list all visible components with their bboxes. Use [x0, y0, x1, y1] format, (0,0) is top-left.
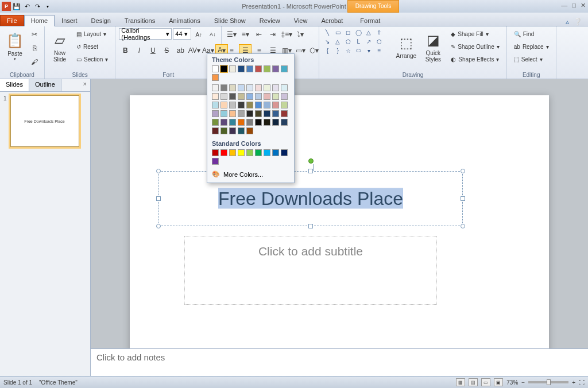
color-swatch[interactable]	[246, 149, 253, 156]
color-swatch[interactable]	[212, 119, 219, 126]
minimize-button[interactable]: —	[561, 2, 567, 9]
normal-view-button[interactable]: ▦	[456, 378, 465, 386]
color-swatch[interactable]	[264, 102, 270, 108]
color-swatch[interactable]	[229, 84, 236, 91]
color-swatch[interactable]	[255, 110, 262, 117]
cut-button[interactable]: ✂	[28, 28, 41, 41]
color-swatch[interactable]	[220, 65, 227, 72]
color-swatch[interactable]	[238, 119, 245, 126]
title-text[interactable]: Free Downloads Place	[159, 188, 462, 209]
color-swatch[interactable]	[264, 119, 270, 126]
spacing-button[interactable]: AV▾	[188, 44, 200, 57]
underline-button[interactable]: U	[146, 44, 159, 57]
color-swatch[interactable]	[264, 149, 270, 156]
reading-view-button[interactable]: ▭	[481, 378, 490, 386]
color-swatch[interactable]	[272, 149, 279, 156]
color-swatch[interactable]	[255, 65, 262, 72]
color-swatch[interactable]	[246, 93, 253, 100]
slideshow-view-button[interactable]: ▣	[494, 378, 503, 386]
paste-button[interactable]: 📋Paste▾	[3, 28, 26, 66]
color-swatch[interactable]	[212, 149, 219, 156]
subtitle-placeholder[interactable]: Click to add subtitle	[184, 236, 437, 305]
color-swatch[interactable]	[212, 110, 219, 117]
color-swatch[interactable]	[212, 74, 219, 81]
color-swatch[interactable]	[212, 93, 219, 100]
color-swatch[interactable]	[238, 102, 245, 108]
color-swatch[interactable]	[212, 65, 219, 72]
color-swatch[interactable]	[264, 84, 270, 91]
shape-outline-button[interactable]: ✎ Shape Outline ▾	[447, 41, 502, 52]
color-swatch[interactable]	[220, 102, 227, 108]
color-swatch[interactable]	[255, 149, 262, 156]
zoom-out-button[interactable]: −	[521, 379, 525, 386]
color-swatch[interactable]	[220, 119, 227, 126]
color-swatch[interactable]	[264, 65, 270, 72]
tab-animations[interactable]: Animations	[162, 15, 207, 26]
title-textbox[interactable]: Free Downloads Place	[158, 171, 463, 226]
tab-design[interactable]: Design	[84, 15, 118, 26]
color-swatch[interactable]	[220, 127, 227, 134]
color-swatch[interactable]	[220, 110, 227, 117]
reset-button[interactable]: ↺ Reset	[73, 41, 111, 52]
close-button[interactable]: ✕	[581, 2, 586, 9]
tab-transitions[interactable]: Transitions	[118, 15, 162, 26]
color-swatch[interactable]	[212, 84, 219, 91]
tab-home[interactable]: Home	[24, 15, 55, 26]
color-swatch[interactable]	[220, 93, 227, 100]
color-swatch[interactable]	[281, 65, 288, 72]
color-swatch[interactable]	[212, 102, 219, 108]
resize-handle[interactable]	[156, 169, 161, 173]
bold-button[interactable]: B	[119, 44, 131, 57]
fit-window-button[interactable]: ⛶	[579, 379, 585, 386]
shape-fill-button[interactable]: ◆ Shape Fill ▾	[447, 28, 502, 40]
color-swatch[interactable]	[281, 149, 288, 156]
color-swatch[interactable]	[272, 93, 279, 100]
color-swatch[interactable]	[281, 102, 288, 108]
find-button[interactable]: 🔍 Find	[510, 28, 552, 40]
color-swatch[interactable]	[212, 158, 219, 165]
bullets-button[interactable]: ☰▾	[225, 28, 238, 41]
numbering-button[interactable]: ≡▾	[239, 28, 252, 41]
replace-button[interactable]: ab Replace ▾	[510, 41, 552, 52]
color-swatch[interactable]	[238, 110, 245, 117]
color-swatch[interactable]	[272, 65, 279, 72]
copy-button[interactable]: ⎘	[28, 42, 41, 55]
panel-tab-outline[interactable]: Outline	[29, 79, 61, 91]
color-swatch[interactable]	[238, 93, 245, 100]
slide-editor[interactable]: Free Downloads Place Click to add subtit…	[91, 79, 588, 348]
minimize-ribbon-icon[interactable]: ▵	[566, 18, 569, 26]
color-swatch[interactable]	[281, 84, 288, 91]
color-swatch[interactable]	[229, 102, 236, 108]
sorter-view-button[interactable]: ▤	[469, 378, 478, 386]
select-button[interactable]: ⬚ Select ▾	[510, 53, 552, 65]
undo-button[interactable]: ↶	[22, 2, 32, 11]
rotation-handle[interactable]	[308, 158, 314, 164]
color-swatch[interactable]	[272, 84, 279, 91]
color-swatch[interactable]	[246, 119, 253, 126]
panel-tab-slides[interactable]: Slides	[0, 79, 29, 91]
resize-handle[interactable]	[461, 224, 465, 228]
color-swatch[interactable]	[264, 93, 270, 100]
zoom-level[interactable]: 73%	[506, 379, 518, 386]
tab-insert[interactable]: Insert	[55, 15, 84, 26]
format-painter-button[interactable]: 🖌	[28, 56, 41, 68]
align-text-button[interactable]: ▭▾	[294, 44, 307, 57]
zoom-slider[interactable]	[528, 381, 568, 383]
section-button[interactable]: ▭ Section ▾	[73, 53, 111, 65]
qat-dropdown[interactable]: ▾	[43, 2, 52, 11]
color-swatch[interactable]	[212, 127, 219, 134]
color-swatch[interactable]	[229, 110, 236, 117]
color-swatch[interactable]	[238, 127, 245, 134]
color-swatch[interactable]	[229, 149, 236, 156]
panel-close-button[interactable]: ×	[80, 79, 90, 91]
notes-pane[interactable]: Click to add notes	[91, 348, 588, 376]
color-swatch[interactable]	[255, 102, 262, 108]
color-swatch[interactable]	[229, 65, 236, 72]
increase-indent-button[interactable]: ⇥	[266, 28, 279, 41]
slide-canvas[interactable]: Free Downloads Place Click to add subtit…	[130, 95, 549, 348]
tab-review[interactable]: Review	[253, 15, 287, 26]
color-swatch[interactable]	[264, 110, 270, 117]
color-swatch[interactable]	[255, 119, 262, 126]
zoom-in-button[interactable]: +	[572, 379, 575, 386]
more-colors-button[interactable]: 🎨 More Colors...	[207, 168, 294, 180]
